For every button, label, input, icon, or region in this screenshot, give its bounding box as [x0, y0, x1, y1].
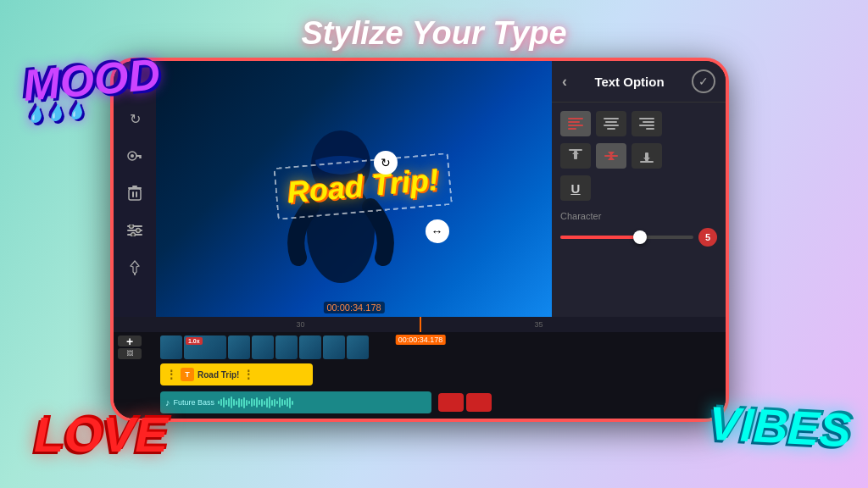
slider-fill — [560, 236, 640, 239]
timeline-tracks: + 🖼 1.0x — [114, 332, 726, 419]
align-center-button[interactable] — [596, 111, 626, 136]
svg-rect-23 — [605, 121, 617, 123]
video-clip-5[interactable] — [299, 336, 321, 359]
thumbnail-track-row: + 🖼 1.0x — [160, 336, 719, 359]
video-clip-6[interactable] — [323, 336, 345, 359]
adjust-button[interactable] — [121, 217, 148, 244]
svg-rect-5 — [132, 191, 134, 197]
ruler-mark-30: 30 — [181, 320, 420, 329]
svg-point-14 — [131, 233, 136, 237]
svg-rect-36 — [640, 161, 654, 163]
svg-rect-28 — [639, 125, 654, 126]
timeline: 30 35 00:00:34.178 + 🖼 — [114, 317, 726, 419]
timeline-ruler: 30 35 00:00:34.178 — [114, 317, 726, 332]
vibes-decoration: VIBES — [707, 396, 852, 458]
road-trip-text: Road Trip! — [286, 162, 440, 210]
rotate-handle[interactable]: ↻ — [374, 151, 398, 175]
svg-rect-27 — [643, 121, 654, 123]
confirm-button[interactable]: ✓ — [692, 69, 715, 93]
video-clip-main[interactable]: 1.0x — [184, 336, 226, 359]
underline-row: U — [560, 175, 717, 201]
text-align-row — [560, 111, 717, 136]
svg-rect-7 — [128, 187, 142, 189]
video-clip-track: 1.0x — [160, 336, 369, 359]
svg-rect-26 — [639, 118, 654, 119]
svg-rect-18 — [568, 118, 583, 119]
svg-rect-19 — [568, 121, 580, 123]
character-label: Character — [560, 211, 717, 221]
playhead: 00:00:34.178 — [420, 317, 421, 332]
add-media-button[interactable]: + — [118, 336, 142, 347]
svg-rect-3 — [139, 157, 142, 158]
video-area: Road Trip! ↻ ↔ 00:00:34.178 — [156, 61, 552, 317]
back-button[interactable]: ‹ — [562, 73, 567, 91]
align-right-button[interactable] — [632, 111, 662, 136]
valign-middle-button[interactable] — [596, 143, 626, 169]
love-decoration: LOVE — [34, 406, 168, 463]
video-clip-4[interactable] — [275, 336, 298, 359]
media-thumbnail-button[interactable]: 🖼 — [118, 348, 142, 359]
slider-value: 5 — [698, 228, 717, 247]
valign-top-button[interactable] — [560, 143, 591, 169]
pin-button[interactable] — [121, 254, 148, 281]
svg-rect-22 — [604, 118, 619, 119]
svg-rect-20 — [568, 125, 583, 126]
svg-rect-30 — [569, 149, 582, 151]
svg-rect-15 — [134, 273, 136, 275]
audio-clip[interactable]: ♪ Future Bass — [160, 391, 431, 413]
audio-waveform — [218, 396, 426, 408]
svg-rect-4 — [129, 189, 141, 200]
red-clips — [438, 393, 492, 412]
character-spacing-slider[interactable]: 5 — [560, 228, 717, 247]
valign-bottom-button[interactable] — [632, 143, 662, 169]
svg-point-13 — [136, 229, 141, 233]
clip-speed-badge: 1.0x — [186, 337, 203, 345]
panel-body: U Character 5 — [552, 103, 726, 255]
svg-marker-32 — [572, 151, 579, 154]
key-button[interactable] — [121, 142, 148, 169]
slider-thumb[interactable] — [633, 230, 647, 244]
red-clip-2[interactable] — [466, 393, 492, 412]
text-track-row: ⋮ T Road Trip! ⋮ — [160, 362, 719, 387]
panel-title: Text Option — [574, 75, 685, 89]
svg-rect-2 — [136, 155, 142, 157]
align-left-button[interactable] — [560, 111, 591, 136]
svg-rect-21 — [568, 128, 576, 130]
page-title: Stylize Your Type — [301, 15, 566, 52]
audio-track-row: ♪ Future Bass — [160, 390, 719, 415]
video-timestamp: 00:00:34.178 — [323, 302, 384, 313]
mood-decoration: MOOD 💧💧💧 — [21, 52, 163, 123]
video-clip-2[interactable] — [228, 336, 250, 359]
red-clip-1[interactable] — [438, 393, 464, 412]
delete-button[interactable] — [121, 180, 148, 207]
scale-handle[interactable]: ↔ — [426, 219, 449, 243]
panel-header: ‹ Text Option ✓ — [552, 61, 726, 103]
video-clip-3[interactable] — [252, 336, 274, 359]
ruler-mark-35: 35 — [420, 320, 658, 329]
underline-button[interactable]: U — [560, 175, 591, 201]
svg-rect-25 — [607, 128, 615, 130]
text-option-panel: ‹ Text Option ✓ — [552, 61, 726, 317]
svg-rect-8 — [132, 186, 137, 187]
video-clip-7[interactable] — [347, 336, 369, 359]
text-track-icon: T — [181, 368, 194, 381]
svg-rect-29 — [646, 128, 654, 130]
text-clip[interactable]: ⋮ T Road Trip! ⋮ — [160, 363, 313, 385]
svg-point-12 — [130, 225, 134, 229]
slider-track — [560, 236, 693, 239]
svg-rect-6 — [136, 191, 137, 197]
video-clip-1[interactable] — [160, 336, 182, 359]
svg-marker-38 — [643, 158, 650, 161]
svg-rect-24 — [604, 125, 619, 126]
svg-point-1 — [131, 154, 134, 158]
phone-device: ↺ ↻ — [110, 58, 729, 422]
vertical-align-row — [560, 143, 717, 169]
